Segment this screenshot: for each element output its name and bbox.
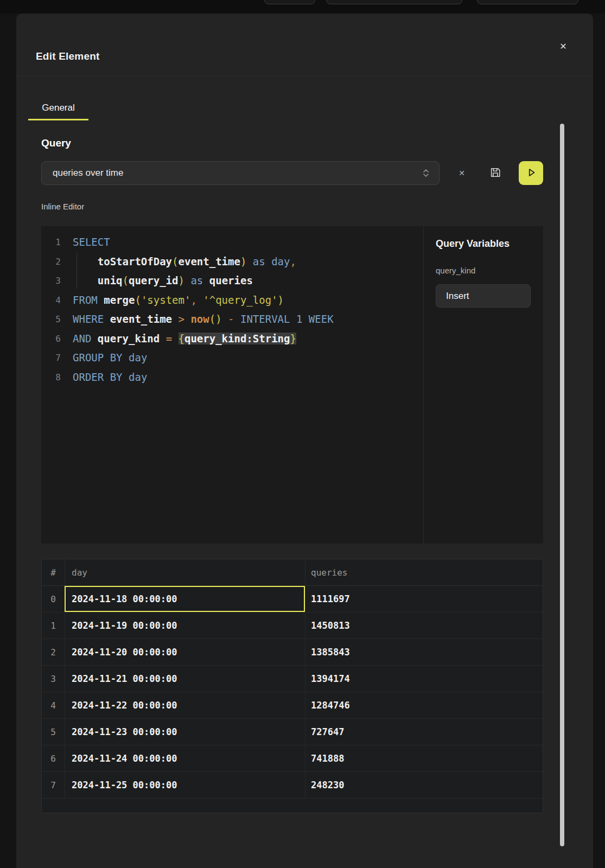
cell-day[interactable]: 2024-11-20 00:00:00	[65, 639, 305, 665]
play-icon	[525, 167, 537, 180]
clear-query-button[interactable]: ✕	[454, 165, 470, 181]
cell-queries[interactable]: 1394174	[305, 666, 543, 692]
indent-guide	[77, 253, 77, 289]
line-content: FROM merge('system', '^query_log')	[61, 291, 284, 310]
run-query-button[interactable]	[519, 161, 543, 185]
cell-queries[interactable]: 1111697	[305, 586, 543, 612]
cell-day[interactable]: 2024-11-18 00:00:00	[65, 586, 305, 612]
code-line[interactable]: 6AND query_kind = {query_kind:String}	[41, 329, 423, 349]
column-header-index: #	[42, 559, 65, 585]
row-index: 6	[42, 745, 65, 771]
code-line[interactable]: 5WHERE event_time > now() - INTERVAL 1 W…	[41, 310, 423, 329]
line-number: 4	[41, 291, 61, 310]
line-number: 2	[41, 252, 61, 272]
results-table: #dayqueries 02024-11-18 00:00:0011116971…	[41, 559, 543, 813]
code-line[interactable]: 4FROM merge('system', '^query_log')	[41, 291, 423, 310]
toolbar-button-partial[interactable]	[264, 0, 315, 4]
modal-title: Edit Element	[36, 50, 99, 62]
cell-queries[interactable]: 1450813	[305, 612, 543, 639]
cell-day[interactable]: 2024-11-21 00:00:00	[65, 666, 305, 692]
table-row: 02024-11-18 00:00:001111697	[42, 586, 543, 612]
row-index: 2	[42, 639, 65, 665]
cell-queries[interactable]: 248230	[305, 772, 543, 798]
edit-element-modal: Edit Element ✕ General Query queries ove…	[16, 14, 593, 868]
column-header-queries: queries	[305, 559, 543, 585]
tab-label: General	[42, 103, 74, 113]
cell-day[interactable]: 2024-11-24 00:00:00	[65, 745, 305, 771]
tab-general[interactable]: General	[28, 97, 88, 120]
cell-queries[interactable]: 1385843	[305, 639, 543, 665]
row-index: 0	[42, 586, 65, 612]
cell-day[interactable]: 2024-11-23 00:00:00	[65, 719, 305, 745]
table-row: 42024-11-22 00:00:001284746	[42, 692, 543, 719]
toolbar-button-partial[interactable]	[477, 0, 578, 4]
save-icon	[489, 167, 501, 180]
line-content: toStartOfDay(event_time) as day,	[61, 252, 296, 272]
cell-queries[interactable]: 727647	[305, 719, 543, 745]
code-lines[interactable]: 1SELECT2 toStartOfDay(event_time) as day…	[41, 226, 423, 544]
row-index: 1	[42, 612, 65, 639]
inline-editor-label: Inline Editor	[41, 202, 84, 211]
row-index: 3	[42, 666, 65, 692]
table-row: 32024-11-21 00:00:001394174	[42, 666, 543, 692]
cell-day[interactable]: 2024-11-25 00:00:00	[65, 772, 305, 798]
table-row: 62024-11-24 00:00:00741888	[42, 745, 543, 772]
table-body: 02024-11-18 00:00:00111169712024-11-19 0…	[42, 586, 543, 799]
query-variables-panel: Query Variables query_kind Insert	[424, 226, 543, 544]
column-header-day: day	[65, 559, 305, 585]
line-number: 7	[41, 348, 61, 368]
sql-editor: 1SELECT2 toStartOfDay(event_time) as day…	[41, 226, 543, 544]
line-content: GROUP BY day	[61, 348, 147, 368]
top-toolbar	[0, 0, 605, 14]
insert-variable-button[interactable]: Insert	[436, 284, 531, 308]
line-content: ORDER BY day	[61, 368, 147, 387]
header-divider	[16, 76, 593, 76]
line-content: SELECT	[61, 233, 110, 252]
line-number: 5	[41, 310, 61, 329]
table-footer	[42, 799, 543, 813]
row-index: 7	[42, 772, 65, 798]
toolbar-button-partial[interactable]	[326, 0, 462, 4]
line-number: 1	[41, 233, 61, 252]
table-header: #dayqueries	[42, 559, 543, 586]
code-line[interactable]: 3 uniq(query_id) as queries	[41, 271, 423, 291]
line-content: AND query_kind = {query_kind:String}	[61, 329, 296, 349]
query-variables-heading: Query Variables	[436, 238, 510, 250]
code-line[interactable]: 2 toStartOfDay(event_time) as day,	[41, 252, 423, 272]
line-content: WHERE event_time > now() - INTERVAL 1 WE…	[61, 310, 334, 329]
line-number: 8	[41, 368, 61, 387]
cell-day[interactable]: 2024-11-19 00:00:00	[65, 612, 305, 639]
table-row: 12024-11-19 00:00:001450813	[42, 612, 543, 639]
table-row: 72024-11-25 00:00:00248230	[42, 772, 543, 799]
cell-queries[interactable]: 741888	[305, 745, 543, 771]
close-icon: ✕	[559, 41, 566, 52]
query-section-heading: Query	[41, 137, 71, 149]
table-row: 52024-11-23 00:00:00727647	[42, 719, 543, 745]
close-button[interactable]: ✕	[555, 37, 572, 55]
table-row: 22024-11-20 00:00:001385843	[42, 639, 543, 666]
line-number: 6	[41, 329, 61, 349]
page: Edit Element ✕ General Query queries ove…	[0, 0, 605, 868]
line-number: 3	[41, 271, 61, 291]
save-query-button[interactable]	[486, 164, 505, 182]
modal-scrollbar[interactable]	[560, 124, 564, 846]
line-content: uniq(query_id) as queries	[61, 271, 253, 291]
code-line[interactable]: 7GROUP BY day	[41, 348, 423, 368]
cell-day[interactable]: 2024-11-22 00:00:00	[65, 692, 305, 718]
code-line[interactable]: 8ORDER BY day	[41, 368, 423, 387]
code-line[interactable]: 1SELECT	[41, 233, 423, 252]
query-select[interactable]: queries over time	[41, 161, 440, 185]
clear-icon: ✕	[458, 169, 465, 177]
query-select-value: queries over time	[53, 168, 123, 178]
variable-name-label: query_kind	[436, 266, 475, 275]
cell-queries[interactable]: 1284746	[305, 692, 543, 718]
unfold-chevrons-icon	[422, 168, 430, 178]
row-index: 5	[42, 719, 65, 745]
row-index: 4	[42, 692, 65, 718]
